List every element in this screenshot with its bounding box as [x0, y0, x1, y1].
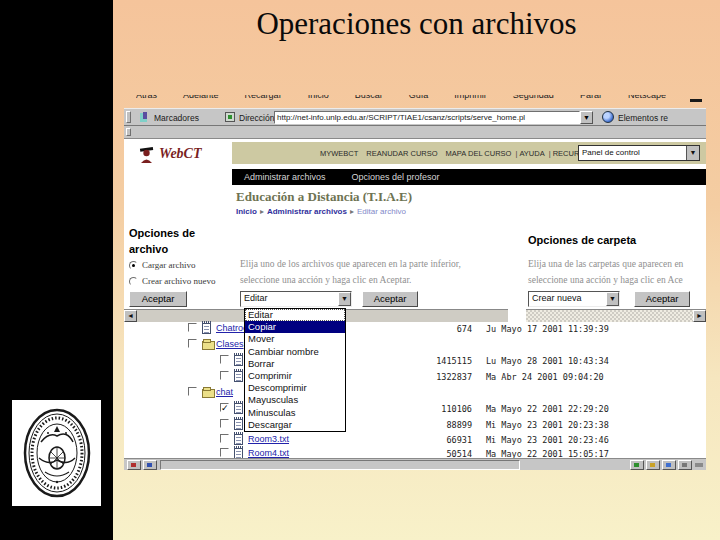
panel-control-select[interactable]: Panel de control ▼: [578, 145, 700, 161]
menu-item[interactable]: Cambiar nombre: [245, 346, 345, 358]
course-title: Educación a Distancia (T.I.A.E): [236, 189, 412, 205]
bookmarks-label[interactable]: Marcadores: [154, 113, 199, 123]
toolbar-grip[interactable]: [126, 128, 131, 136]
file-date: Mi Mayo 23 2001 20:23:38: [486, 420, 609, 430]
menu-item[interactable]: Descargar: [245, 419, 345, 431]
webct-menu-item[interactable]: AYUDA: [519, 149, 544, 158]
nav-button-fragment[interactable]: Inicio: [308, 95, 329, 108]
h-scrollbar-right[interactable]: ►: [526, 309, 706, 322]
file-list-row: Room4.txt50514Ma Mayo 22 2001 15:05:17: [124, 447, 706, 458]
tray-mail-icon[interactable]: [630, 460, 644, 470]
file-checkbox[interactable]: [220, 448, 229, 457]
menu-item[interactable]: Descomprimir: [245, 382, 345, 394]
url-dropdown-button[interactable]: ▼: [580, 111, 593, 124]
menu-item[interactable]: Editar: [245, 309, 345, 321]
nav-button-fragment[interactable]: Imprimir: [454, 95, 487, 108]
nav-button-fragment[interactable]: Atrás: [136, 95, 157, 108]
nav-button-fragment[interactable]: Seguridad: [513, 95, 554, 108]
url-input[interactable]: http://net-info.unlp.edu.ar/SCRIPT/TIAE1…: [274, 111, 580, 124]
nav-button-fragment[interactable]: Guía: [409, 95, 429, 108]
status-dial-icon[interactable]: [143, 460, 157, 470]
related-globe-icon[interactable]: [602, 111, 614, 123]
location-toolbar: Marcadores Dirección: http://net-info.un…: [124, 108, 706, 126]
menu-item[interactable]: Borrar: [245, 358, 345, 370]
file-list-row: chat: [124, 386, 706, 399]
toolbar-grip[interactable]: [126, 111, 131, 123]
related-label[interactable]: Elementos re: [618, 113, 704, 123]
nav-button-fragment[interactable]: Buscar: [355, 95, 383, 108]
breadcrumb-link[interactable]: Inicio: [236, 207, 257, 216]
file-action-select[interactable]: Editar ▼: [240, 291, 352, 307]
breadcrumb: Inicio▸Administrar archivos▸Editar archi…: [236, 207, 406, 216]
file-checkbox[interactable]: [188, 323, 197, 332]
nav-button-fragment[interactable]: Recargar: [245, 95, 282, 108]
radio-cargar-archivo[interactable]: Cargar archivo: [129, 260, 196, 270]
file-link[interactable]: Room4.txt: [248, 448, 289, 458]
admin-menu-item[interactable]: Administrar archivos: [244, 172, 326, 182]
file-checkbox[interactable]: [220, 371, 229, 380]
tray-discussions-icon[interactable]: [678, 460, 692, 470]
presentation-slide: Operaciones con archivos AtrásAdelanteRe…: [0, 0, 720, 540]
webct-header-bar: MYWEBCTREANUDAR CURSOMAPA DEL CURSO|AYUD…: [232, 142, 706, 164]
webct-logo[interactable]: WebCT: [138, 145, 202, 163]
file-action-value: Editar: [244, 293, 268, 303]
folder-icon: [202, 389, 215, 398]
file-checkbox[interactable]: [220, 355, 229, 364]
admin-menu-item[interactable]: Opciones del profesor: [352, 172, 440, 182]
nav-button-fragment[interactable]: Netscape: [628, 95, 666, 108]
file-action-menu: EditarCopiarMoverCambiar nombreBorrarCom…: [244, 308, 346, 432]
radio-icon[interactable]: [129, 277, 138, 286]
location-icon: [225, 112, 235, 122]
accept-action-button[interactable]: Aceptar: [362, 291, 418, 307]
file-date: Mi Mayo 23 2001 20:23:46: [486, 435, 609, 445]
accept-upload-button[interactable]: Aceptar: [129, 291, 187, 307]
file-list-row: 1322837Ma Abr 24 2001 09:04:20: [124, 370, 706, 383]
file-checkbox[interactable]: [220, 434, 229, 443]
nav-button-fragment[interactable]: Parar: [580, 95, 602, 108]
file-checkbox[interactable]: [220, 419, 229, 428]
file-date: Lu Mayo 28 2001 10:43:34: [486, 356, 609, 366]
menu-item[interactable]: Minusculas: [245, 407, 345, 419]
menu-item[interactable]: Mayusculas: [245, 394, 345, 406]
status-message-area: [160, 460, 520, 470]
file-size: 1322837: [376, 372, 472, 382]
nav-button-fragment[interactable]: Adelante: [183, 95, 219, 108]
breadcrumb-link[interactable]: Editar archivo: [357, 207, 406, 216]
folder-link[interactable]: chat: [216, 387, 233, 397]
radio-crear-archivo[interactable]: Crear archivo nuevo: [129, 276, 215, 286]
bookmarks-icon[interactable]: [139, 112, 150, 123]
accept-folder-button[interactable]: Aceptar: [634, 291, 690, 307]
tray-composer-icon[interactable]: [646, 460, 660, 470]
file-list-row: Chatroom674Ju Mayo 17 2001 11:39:39: [124, 322, 706, 335]
chevron-down-icon[interactable]: ▼: [606, 292, 619, 306]
menu-item[interactable]: Comprimir: [245, 370, 345, 382]
breadcrumb-link[interactable]: Administrar archivos: [267, 207, 347, 216]
webct-menu-item[interactable]: MYWEBCT: [320, 149, 358, 158]
tray-navigator-icon[interactable]: [662, 460, 676, 470]
window-minimize-icon[interactable]: [690, 99, 702, 102]
url-text: http://net-info.unlp.edu.ar/SCRIPT/TIAE1…: [277, 113, 525, 122]
chevron-down-icon[interactable]: ▼: [686, 146, 699, 160]
scroll-left-icon[interactable]: ◄: [124, 310, 137, 322]
webct-logo-text: WebCT: [159, 146, 202, 162]
file-link[interactable]: Room3.txt: [248, 434, 289, 444]
webct-menu-item[interactable]: MAPA DEL CURSO: [446, 149, 512, 158]
status-security-icon[interactable]: [127, 460, 141, 470]
chevron-down-icon[interactable]: ▼: [338, 292, 351, 306]
file-checkbox[interactable]: ✓: [220, 403, 229, 412]
file-date: Ma Mayo 22 2001 15:05:17: [486, 449, 609, 458]
file-checkbox[interactable]: [188, 387, 197, 396]
file-icon: [234, 403, 243, 414]
folder-link[interactable]: Clases: [216, 339, 244, 349]
file-list-row: ✓110106Ma Mayo 22 2001 22:29:20: [124, 402, 706, 415]
file-checkbox[interactable]: [188, 339, 197, 348]
folder-action-value: Crear nueva: [532, 293, 582, 303]
webct-menu-item[interactable]: REANUDAR CURSO: [366, 149, 437, 158]
scroll-right-icon[interactable]: ►: [693, 310, 706, 322]
radio-icon[interactable]: [129, 261, 138, 270]
menu-item[interactable]: Mover: [245, 333, 345, 345]
folder-action-select[interactable]: Crear nueva ▼: [528, 291, 620, 307]
menu-item[interactable]: Copiar: [245, 321, 345, 333]
resize-grip-icon[interactable]: [695, 463, 703, 467]
breadcrumb-separator-icon: ▸: [260, 207, 264, 216]
